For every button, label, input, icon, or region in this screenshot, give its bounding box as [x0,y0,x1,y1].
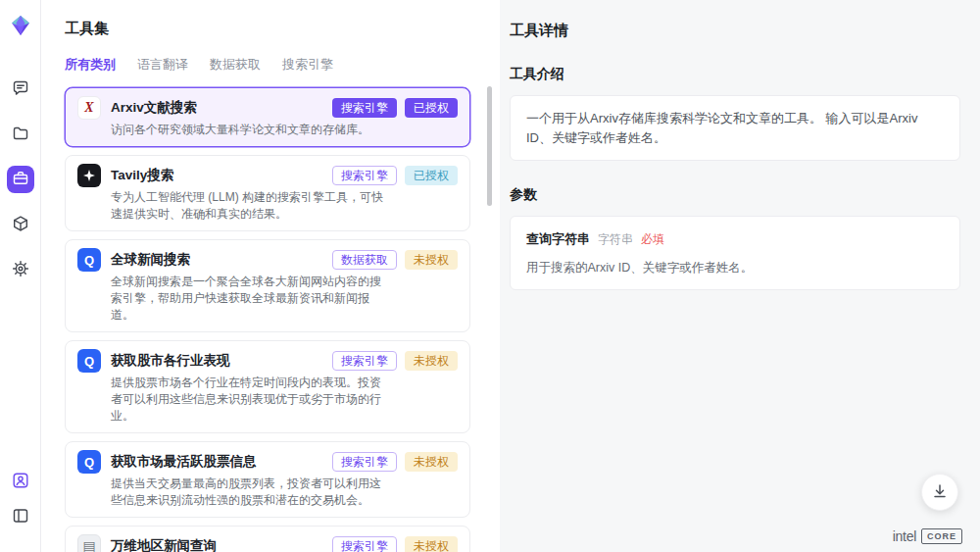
tool-card[interactable]: 全球新闻搜索 数据获取 未授权 全球新闻搜索是一个聚合全球各大新闻网站内容的搜索… [65,239,470,332]
tool-title: 获取市场最活跃股票信息 [111,453,324,471]
tool-card-body: Tavily搜索 搜索引擎 已授权 专为人工智能代理 (LLM) 构建的搜索引擎… [111,164,458,223]
tools-nav-button[interactable] [7,166,34,193]
category-tag: 搜索引擎 [332,98,397,118]
intel-wordmark: intel [893,528,916,544]
tool-icon [77,164,101,187]
tool-card[interactable]: Arxiv文献搜索 搜索引擎 已授权 访问各个研究领域大量科学论文和文章的存储库… [65,87,470,147]
core-wordmark: CORE [921,528,962,544]
tool-tags: 搜索引擎 已授权 [332,98,458,118]
plugins-nav-button[interactable] [7,211,34,238]
tool-description: 访问各个研究领域大量科学论文和文章的存储库。 [111,122,385,138]
tool-description: 提供当天交易量最高的股票列表，投资者可以利用这些信息来识别流动性强的股票和潜在的… [111,476,385,509]
param-description: 用于搜索的Arxiv ID、关键字或作者姓名。 [526,259,944,277]
tool-description: 专为人工智能代理 (LLM) 构建的搜索引擎工具，可快速提供实时、准确和真实的结… [111,189,385,223]
tool-card-list: Arxiv文献搜索 搜索引擎 已授权 访问各个研究领域大量科学论文和文章的存储库… [65,87,470,552]
tool-card-body: 获取股市各行业表现 搜索引擎 未授权 提供股票市场各个行业在特定时间段内的表现。… [111,349,458,425]
tool-icon [77,349,101,373]
tool-icon [77,96,101,120]
tool-title: 万维地区新闻查询 [111,537,324,552]
detail-panel-title: 工具详情 [510,22,960,40]
agent-nav-button[interactable] [7,468,34,495]
category-tag: 搜索引擎 [332,351,397,371]
tool-title: Tavily搜索 [111,167,324,184]
tool-title: Arxiv文献搜索 [111,99,324,117]
intel-core-logo: intel CORE [893,528,962,544]
folder-icon [12,125,29,145]
agent-icon [12,472,29,492]
category-tab[interactable]: 语言翻译 [137,56,188,74]
settings-nav-button[interactable] [7,256,34,283]
category-tabs: 所有类别 语言翻译 数据获取 搜索引擎 [65,56,470,74]
auth-status-badge: 未授权 [405,351,458,371]
auth-status-badge: 未授权 [405,452,458,472]
tool-card-body: 获取市场最活跃股票信息 搜索引擎 未授权 提供当天交易量最高的股票列表，投资者可… [111,450,458,509]
tool-card-body: 万维地区新闻查询 搜索引擎 未授权 查询具体行政区划内的新闻，快速了解各地新闻动 [111,534,458,552]
auth-status-badge: 未授权 [405,250,458,270]
auth-status-badge: 已授权 [405,166,458,185]
tool-description: 全球新闻搜索是一个聚合全球各大新闻网站内容的搜索引擎，帮助用户快速获取全球最新资… [111,274,385,324]
tool-title: 获取股市各行业表现 [111,352,324,370]
category-tag: 搜索引擎 [332,536,397,552]
list-scrollbar-thumb[interactable] [487,86,492,206]
intro-heading: 工具介绍 [510,66,960,83]
param-required-flag: 必填 [641,230,664,248]
tool-card[interactable]: 获取股市各行业表现 搜索引擎 未授权 提供股票市场各个行业在特定时间段内的表现。… [65,340,470,433]
tool-icon [77,450,101,474]
tool-tags: 搜索引擎 未授权 [332,351,458,371]
tool-detail-panel: 工具详情 工具介绍 一个用于从Arxiv存储库搜索科学论文和文章的工具。 输入可… [500,0,980,552]
category-tag: 搜索引擎 [332,166,397,185]
category-tab[interactable]: 所有类别 [65,56,116,74]
tool-card[interactable]: 万维地区新闻查询 搜索引擎 未授权 查询具体行政区划内的新闻，快速了解各地新闻动 [65,526,470,552]
tools-list-panel: 工具集 所有类别 语言翻译 数据获取 搜索引擎 Arxiv文献搜索 搜索引擎 已… [41,0,500,552]
tool-card-body: Arxiv文献搜索 搜索引擎 已授权 访问各个研究领域大量科学论文和文章的存储库… [111,96,458,138]
tool-tags: 搜索引擎 已授权 [332,166,458,185]
tool-description: 提供股票市场各个行业在特定时间段内的表现。投资者可以利用这些信息来识别表现优于或… [111,375,385,425]
intro-text: 一个用于从Arxiv存储库搜索科学论文和文章的工具。 输入可以是Arxiv ID… [526,111,917,145]
gear-icon [12,260,29,280]
tool-tags: 搜索引擎 未授权 [332,536,458,552]
param-name: 查询字符串 [526,229,590,249]
tool-icon [77,248,101,272]
tools-panel-title: 工具集 [65,20,470,38]
param-card: 查询字符串 字符串 必填 用于搜索的Arxiv ID、关键字或作者姓名。 [510,216,960,290]
tool-title: 全球新闻搜索 [111,251,324,269]
files-nav-button[interactable] [7,121,34,148]
tool-card[interactable]: Tavily搜索 搜索引擎 已授权 专为人工智能代理 (LLM) 构建的搜索引擎… [65,155,470,231]
tool-tags: 搜索引擎 未授权 [332,452,458,472]
tool-card-body: 全球新闻搜索 数据获取 未授权 全球新闻搜索是一个聚合全球各大新闻网站内容的搜索… [111,248,458,324]
briefcase-icon [12,170,29,190]
param-type: 字符串 [598,230,633,248]
icon-sidebar [0,0,41,552]
category-tab[interactable]: 搜索引擎 [282,56,333,74]
auth-status-badge: 已授权 [405,98,458,118]
tool-card[interactable]: 获取市场最活跃股票信息 搜索引擎 未授权 提供当天交易量最高的股票列表，投资者可… [65,441,470,518]
app-logo [9,14,32,40]
tool-icon [77,534,101,552]
package-icon [12,215,29,235]
category-tag: 搜索引擎 [332,452,397,472]
download-icon [931,482,949,503]
category-tab[interactable]: 数据获取 [210,56,261,74]
download-button[interactable] [921,474,958,511]
panel-toggle-icon [12,507,29,527]
panel-toggle-button[interactable] [7,503,34,530]
category-tag: 数据获取 [332,250,397,270]
params-heading: 参数 [510,186,960,204]
intro-card: 一个用于从Arxiv存储库搜索科学论文和文章的工具。 输入可以是Arxiv ID… [510,95,960,161]
chat-icon [12,79,29,100]
tool-tags: 数据获取 未授权 [332,250,458,270]
auth-status-badge: 未授权 [405,536,458,552]
chat-nav-button[interactable] [7,75,34,103]
